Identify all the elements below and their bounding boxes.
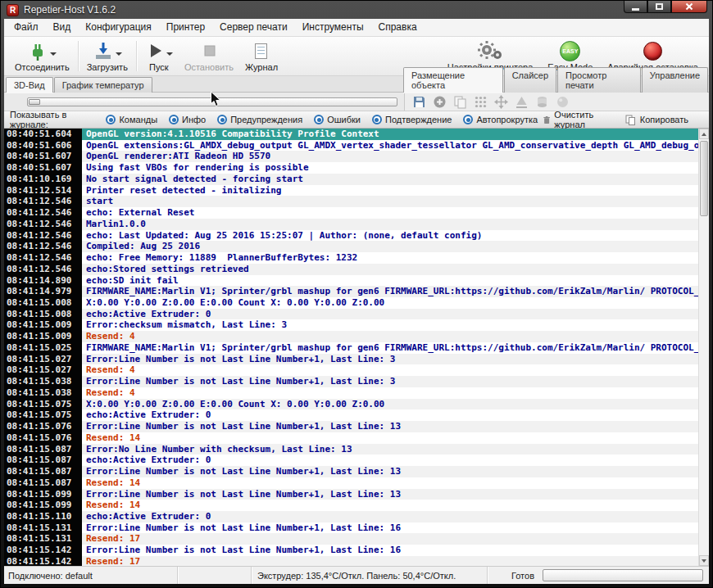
cut-object-icon[interactable] [535,95,549,109]
menu-item-view[interactable]: Вид [46,19,79,36]
log-message: FIRMWARE_NAME:Marlin V1; Sprinter/grbl m… [82,286,698,297]
log-label: Журнал [245,62,278,72]
log-row: 08:41:15.009Resend: 4 [4,331,698,342]
add-object-icon[interactable] [433,95,447,109]
log-button[interactable]: Журнал [239,38,284,75]
tab-label: Слайсер [512,70,548,80]
log-message: Error:No Line Number with checksum, Last… [82,444,698,455]
window-title: Repetier-Host V1.6.2 [24,4,116,16]
toggle-radio-icon [314,115,324,124]
log-timestamp: 08:41:15.142 [4,556,82,566]
log-timestamp: 08:41:15.142 [4,545,82,556]
log-message: FIRMWARE_NAME:Marlin V1; Sprinter/grbl m… [82,342,698,354]
log-timestamp: 08:41:15.099 [4,500,82,511]
maximize-button[interactable] [647,1,671,13]
log-row: 08:41:15.025FIRMWARE_NAME:Marlin V1; Spr… [4,342,698,354]
log-message: Marlin1.0.0 [82,219,698,230]
status-temperatures: Экструдер: 135,4°C/Откл. Панель: 50,4°C/… [257,571,456,581]
filter-label-errors: Ошибки [327,115,361,124]
log-message: OpenGL renderer:ATI Radeon HD 5570 [82,151,698,162]
log-timestamp: 08:41:10.169 [4,174,82,185]
log-timestamp: 08:41:15.075 [4,409,82,421]
center-object-icon[interactable] [494,95,508,109]
menu-item-tools[interactable]: Инструменты [295,19,371,36]
status-spacer [178,567,252,584]
log-row: 08:41:15.027Error:Line Number is not Las… [4,354,698,365]
menu-item-help[interactable]: Справка [371,19,425,36]
copy-log-button[interactable]: Копировать [625,110,688,129]
status-bar: Подключено: default Экструдер: 135,4°C/О… [4,566,709,584]
menu-item-file[interactable]: Файл [7,19,46,36]
log-row: 08:41:15.038Error:Line Number is not Las… [4,376,698,387]
dropdown-arrow-icon[interactable] [116,52,122,59]
log-message: echo: Free Memory: 11889 PlannerBufferBy… [82,252,698,264]
menu-item-printer[interactable]: Принтер [159,19,212,36]
scrollbar-thumb[interactable] [700,141,708,216]
tab-print-preview[interactable]: Просмотр печати [557,67,641,93]
log-timestamp: 08:41:12.546 [4,252,82,264]
filter-toggle-ack[interactable]: Подтверждение [366,113,457,126]
dropdown-arrow-icon[interactable] [166,52,173,59]
horizontal-scrollbar-thumb[interactable] [29,99,40,105]
title-bar[interactable]: R Repetier-Host V1.6.2 [1,1,712,19]
log-message: OpenGL extensions:GL_AMDX_debug_output G… [82,140,698,152]
stop-icon [199,40,219,61]
filter-toggle-commands[interactable]: Команды [100,113,163,126]
tab-object-placement[interactable]: Размещение объекта [403,67,503,93]
minimize-button[interactable] [624,1,647,13]
log-message: echo:Active Extruder: 0 [82,511,698,522]
log-scrollbar[interactable] [698,129,709,566]
scale-object-icon[interactable] [556,95,570,109]
arrow-down-icon [702,559,706,565]
filter-label-autoscroll: Автопрокрутка [476,115,538,124]
log-timestamp: 08:41:15.008 [4,297,82,309]
log-message: Error:Line Number is not Last Line Numbe… [82,545,698,556]
menu-item-config[interactable]: Конфигурация [78,19,159,36]
log-message: Resend: 14 [82,500,698,511]
log-timestamp: 08:41:15.099 [4,489,82,500]
load-button[interactable]: Загрузить [81,38,134,75]
drop-object-icon[interactable] [515,95,529,109]
log-row: 08:41:15.008echo:Active Extruder: 0 [4,309,698,320]
log-timestamp: 08:41:15.008 [4,309,82,320]
tab-manual-control[interactable]: Управление [642,67,708,93]
close-button[interactable] [671,1,707,13]
filter-toggle-info[interactable]: Инфо [163,113,211,126]
disconnect-button[interactable]: Отсоединить [9,38,75,75]
log-timestamp: 08:41:12.546 [4,230,82,242]
copy-object-icon[interactable] [453,95,467,109]
filter-toggle-errors[interactable]: Ошибки [308,113,366,126]
log-message: Error:Line Number is not Last Line Numbe… [82,376,698,387]
filter-toggle-autoscroll[interactable]: Автопрокрутка [457,113,543,126]
auto-position-icon[interactable] [474,95,488,109]
stop-button[interactable]: Остановить [179,38,239,75]
tab-slicer[interactable]: Слайсер [504,67,556,93]
minimize-icon [632,8,639,11]
clear-log-button[interactable]: Очистить журнал [543,110,609,129]
menu-bar: Файл Вид Конфигурация Принтер Сервер печ… [4,19,709,37]
scroll-down-button[interactable] [699,555,709,566]
easy-badge-text: EASY [562,48,578,54]
save-icon[interactable] [412,95,426,109]
tab-temperature-graph[interactable]: График температур [54,77,152,93]
start-button[interactable]: Пуск [139,38,179,75]
log-row: 08:41:15.076Resend: 14 [4,432,698,444]
tab-3d-view[interactable]: 3D-Вид [6,77,53,93]
scroll-up-button[interactable] [699,129,709,139]
menu-item-print-server[interactable]: Сервер печати [212,19,295,36]
filter-toggle-warnings[interactable]: Предупреждения [211,113,308,126]
log-message: Resend: 4 [82,364,698,376]
log-row: 08:41:15.131Resend: 17 [4,533,698,545]
arrow-up-icon [702,130,706,136]
play-icon [145,40,165,61]
log-timestamp: 08:41:15.038 [4,376,82,387]
log-row: 08:40:51.607OpenGL renderer:ATI Radeon H… [4,151,698,162]
log-message: Resend: 14 [82,432,698,444]
tab-label: Просмотр печати [565,70,606,90]
log-message: echo: External Reset [82,207,698,219]
toggle-radio-icon [169,115,179,124]
dropdown-arrow-icon[interactable] [50,52,57,59]
log-actions: Очистить журнал Копировать [543,110,703,129]
log-filter-bar: Показывать в журнале: Команды Инфо Преду… [4,111,709,129]
log-row: 08:41:15.087Resend: 14 [4,477,698,489]
